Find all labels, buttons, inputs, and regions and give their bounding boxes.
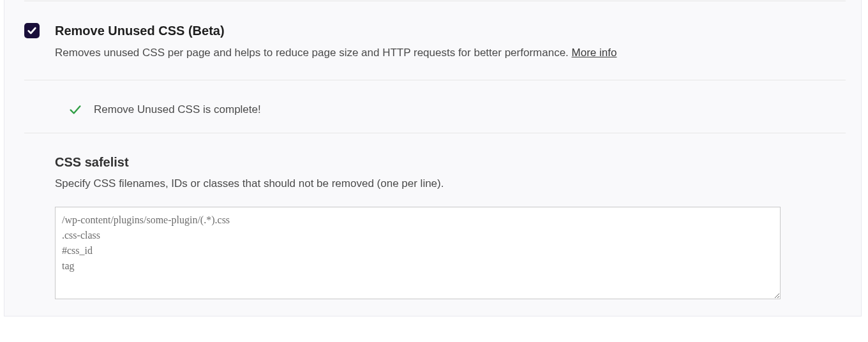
safelist-description: Specify CSS filenames, IDs or classes th… bbox=[55, 176, 846, 191]
setting-description-text: Removes unused CSS per page and helps to… bbox=[55, 47, 572, 59]
setting-row-remove-unused-css: Remove Unused CSS (Beta) Removes unused … bbox=[24, 22, 846, 61]
safelist-title: CSS safelist bbox=[55, 153, 846, 171]
safelist-section: CSS safelist Specify CSS filenames, IDs … bbox=[55, 153, 846, 302]
more-info-link[interactable]: More info bbox=[572, 47, 617, 59]
status-row: Remove Unused CSS is complete! bbox=[68, 101, 846, 119]
remove-unused-css-checkbox[interactable] bbox=[24, 23, 40, 38]
divider bbox=[24, 80, 846, 80]
setting-title: Remove Unused CSS (Beta) bbox=[55, 22, 617, 40]
divider-top bbox=[24, 1, 846, 1]
setting-description: Removes unused CSS per page and helps to… bbox=[55, 45, 617, 61]
divider bbox=[24, 133, 846, 133]
settings-panel: Remove Unused CSS (Beta) Removes unused … bbox=[4, 0, 862, 316]
css-safelist-input[interactable] bbox=[55, 207, 781, 299]
success-check-icon bbox=[68, 103, 82, 117]
remove-unused-css-text: Remove Unused CSS (Beta) Removes unused … bbox=[55, 22, 617, 61]
status-text: Remove Unused CSS is complete! bbox=[94, 103, 261, 116]
checkmark-icon bbox=[27, 26, 37, 36]
